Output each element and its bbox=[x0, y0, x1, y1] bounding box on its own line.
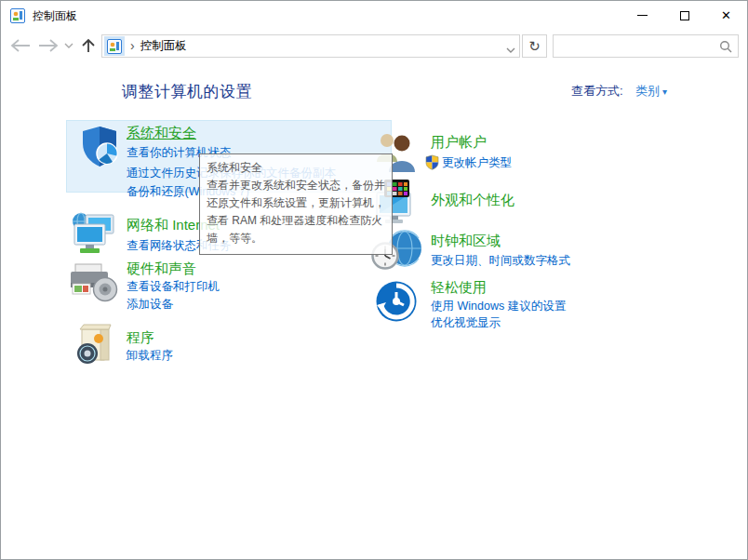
system-security-shield-icon[interactable] bbox=[79, 125, 120, 172]
network-internet-icon[interactable] bbox=[70, 211, 118, 260]
breadcrumb-location-icon[interactable] bbox=[104, 36, 125, 56]
infotip-body: 查看并更改系统和安全状态，备份并还原文件和系统设置，更新计算机，查看 RAM 和… bbox=[207, 177, 385, 247]
hardware-sound-icon[interactable] bbox=[68, 261, 120, 310]
view-by-dropdown[interactable]: 类别▾ bbox=[635, 83, 667, 100]
link-change-account-type[interactable]: 更改帐户类型 bbox=[442, 155, 512, 171]
category-user-accounts[interactable]: 用户帐户 bbox=[431, 134, 487, 152]
category-programs[interactable]: 程序 bbox=[127, 329, 154, 347]
address-bar[interactable]: › 控制面板 bbox=[101, 34, 520, 58]
minimize-icon bbox=[637, 15, 648, 16]
control-panel-window: 控制面板 ✕ bbox=[0, 0, 748, 560]
titlebar[interactable]: 控制面板 ✕ bbox=[1, 1, 747, 31]
breadcrumb[interactable]: 控制面板 bbox=[140, 38, 187, 54]
maximize-icon bbox=[680, 11, 689, 20]
infotip-title: 系统和安全 bbox=[207, 159, 385, 177]
recent-pages-chevron-icon[interactable] bbox=[62, 31, 75, 60]
view-by-caret-icon: ▾ bbox=[662, 87, 667, 97]
category-hardware-sound[interactable]: 硬件和声音 bbox=[127, 260, 196, 278]
link-add-device[interactable]: 添加设备 bbox=[127, 297, 173, 313]
search-icon[interactable] bbox=[719, 40, 732, 57]
category-clock-region[interactable]: 时钟和区域 bbox=[431, 233, 501, 250]
up-icon[interactable] bbox=[77, 31, 100, 60]
link-uninstall-program[interactable]: 卸载程序 bbox=[127, 348, 173, 364]
minimize-button[interactable] bbox=[621, 1, 663, 30]
category-appearance-personalization[interactable]: 外观和个性化 bbox=[431, 192, 514, 209]
infotip-system-security: 系统和安全 查看并更改系统和安全状态，备份并还原文件和系统设置，更新计算机，查看… bbox=[199, 153, 393, 255]
programs-icon[interactable] bbox=[73, 323, 116, 371]
view-by-value: 类别 bbox=[635, 84, 660, 98]
window-title: 控制面板 bbox=[33, 8, 77, 24]
control-panel-icon bbox=[10, 8, 25, 23]
page-title: 调整计算机的设置 bbox=[122, 81, 252, 102]
search-input[interactable] bbox=[557, 36, 715, 56]
category-ease-of-access[interactable]: 轻松使用 bbox=[431, 279, 487, 297]
refresh-icon: ↻ bbox=[528, 38, 541, 55]
forward-icon[interactable] bbox=[36, 31, 60, 60]
ease-of-access-icon[interactable] bbox=[375, 280, 418, 327]
address-dropdown-icon[interactable] bbox=[506, 40, 515, 57]
link-optimize-visual-display[interactable]: 优化视觉显示 bbox=[431, 315, 501, 331]
breadcrumb-chevron-icon: › bbox=[130, 38, 135, 53]
close-icon: ✕ bbox=[721, 9, 731, 21]
maximize-button[interactable] bbox=[663, 1, 705, 30]
uac-shield-icon bbox=[425, 154, 439, 174]
category-system-security[interactable]: 系统和安全 bbox=[127, 125, 196, 142]
back-icon[interactable] bbox=[8, 31, 33, 60]
search-box[interactable] bbox=[553, 34, 739, 58]
close-button[interactable]: ✕ bbox=[705, 1, 747, 30]
navigation-bar: › 控制面板 ↻ bbox=[1, 31, 747, 60]
link-suggested-settings[interactable]: 使用 Windows 建议的设置 bbox=[431, 299, 566, 314]
view-by-label: 查看方式: bbox=[571, 83, 623, 100]
refresh-button[interactable]: ↻ bbox=[522, 34, 547, 58]
link-change-date-time[interactable]: 更改日期、时间或数字格式 bbox=[431, 253, 570, 269]
link-devices-printers[interactable]: 查看设备和打印机 bbox=[127, 279, 220, 295]
